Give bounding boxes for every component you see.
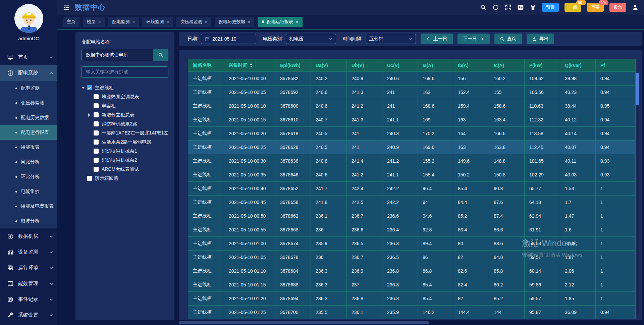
table-row[interactable]: 主进线柜2021-05-10 00:053678592240.6241.3241… xyxy=(188,86,636,99)
sidebar-item-events[interactable]: 事件记录 xyxy=(0,291,57,307)
checkbox-unchecked[interactable] xyxy=(94,103,99,108)
tab-close-icon[interactable]: × xyxy=(132,20,135,24)
station-search-button[interactable] xyxy=(153,49,168,61)
fullscreen-icon[interactable] xyxy=(505,4,512,11)
table-row[interactable]: 主进线柜2021-05-10 00:203678618240.5241240.8… xyxy=(188,127,636,141)
table-row[interactable]: 主进线柜2021-05-10 00:303678638240.8241.4241… xyxy=(188,154,636,168)
tab-close-icon[interactable]: × xyxy=(205,20,208,24)
vertical-scrollbar-track[interactable] xyxy=(636,73,639,315)
table-row[interactable]: 主进线柜2021-05-10 00:103678600240.6241.2241… xyxy=(188,99,636,113)
sidebar-item-power-system[interactable]: 配电系统 xyxy=(0,65,57,81)
tree-node[interactable]: 消防喷淋机械泵2 xyxy=(82,156,168,165)
tree-node[interactable]: 新增分立柜总表 xyxy=(82,110,168,119)
checkbox-checked[interactable] xyxy=(87,85,92,90)
horizontal-scrollbar[interactable] xyxy=(179,321,642,324)
sidebar-subitem-power-report[interactable]: 配电运行报表 xyxy=(0,125,57,140)
sidebar-item-settings[interactable]: 系统设置 xyxy=(0,307,57,323)
sidebar-subitem-power-history[interactable]: 配电历史数据 xyxy=(0,110,57,125)
tree-node[interactable]: 主进线柜 xyxy=(82,83,168,92)
sidebar-item-home[interactable]: 首页 xyxy=(0,49,57,65)
sidebar-item-device[interactable]: 设备监测 xyxy=(0,244,57,260)
sidebar-subitem-energy-report[interactable]: 用能报表 xyxy=(0,140,57,155)
tab-home[interactable]: 主页 xyxy=(63,17,79,27)
table-row[interactable]: 主进线柜2021-05-10 00:003678582240.2240.9240… xyxy=(188,72,636,86)
table-row[interactable]: 主进线柜2021-05-10 01:053678678236236.7236.5… xyxy=(188,251,636,264)
tab-close-icon[interactable]: × xyxy=(98,20,101,24)
table-row[interactable]: 主进线柜2021-05-10 01:103678684236.3236.9236… xyxy=(188,264,636,278)
table-row[interactable]: 主进线柜2021-05-10 00:403678652241.7242.4242… xyxy=(188,182,636,196)
sidebar-item-energy-mgmt[interactable]: 能效管理 xyxy=(0,276,57,291)
voltage-type-select[interactable]: 相电压 xyxy=(286,34,336,44)
table-row[interactable]: 主进线柜2021-05-10 01:153678688236.3237236.8… xyxy=(188,278,636,292)
horizontal-scrollbar-thumb[interactable] xyxy=(179,321,429,324)
table-row[interactable]: 主进线柜2021-05-10 01:003678674235.9236.5236… xyxy=(188,237,636,251)
table-row[interactable]: 主进线柜2021-05-10 01:253678700235.5236.1235… xyxy=(188,306,636,319)
sidebar-subitem-harmonic[interactable]: 谐波分析 xyxy=(0,214,57,228)
date-picker[interactable]: 2021-05-10 xyxy=(201,34,256,44)
tab-close-icon[interactable]: × xyxy=(166,20,169,24)
sidebar-subitem-energy-cost[interactable]: 用能及电费报表 xyxy=(0,199,57,214)
theme-icon[interactable] xyxy=(530,4,536,11)
tree-node[interactable]: 地源热泵空调总表 xyxy=(82,92,168,101)
export-button[interactable]: 导出 xyxy=(527,34,554,44)
table-row[interactable]: 主进线柜2021-05-10 00:453678658241.8242.5242… xyxy=(188,196,636,209)
checkbox-unchecked[interactable] xyxy=(94,149,99,154)
tree-node[interactable]: 一层南1APE2右一层北1APE1左 xyxy=(82,128,168,138)
tab-power-monitor[interactable]: 配电监测× xyxy=(108,17,139,27)
column-header[interactable]: 采集时间 xyxy=(224,59,275,72)
query-button[interactable]: 查询 xyxy=(494,34,522,44)
refresh-icon[interactable] xyxy=(492,4,499,11)
prev-day-button[interactable]: 上一日 xyxy=(421,34,453,44)
caret-collapsed-icon[interactable] xyxy=(88,113,90,117)
checkbox-unchecked[interactable] xyxy=(94,94,99,99)
alarm-urgent-button[interactable]: 紧急 xyxy=(609,3,626,12)
tab-env-monitor[interactable]: 环境监测× xyxy=(142,17,173,27)
tree-node[interactable]: 电容柜 xyxy=(82,101,168,110)
checkbox-unchecked[interactable] xyxy=(94,158,99,163)
avatar[interactable] xyxy=(14,4,43,33)
sidebar-subitem-power-monitor[interactable]: 配电监测 xyxy=(0,81,57,96)
checkbox-unchecked[interactable] xyxy=(94,140,99,145)
table-row[interactable]: 主进线柜2021-05-10 00:153678610240.7241.3241… xyxy=(188,113,636,127)
user-icon[interactable] xyxy=(632,4,639,11)
table-row[interactable]: 主进线柜2021-05-10 00:253678628240.5241240.9… xyxy=(188,141,636,154)
tree-node[interactable]: 消防喷淋机械泵1 xyxy=(82,147,168,156)
tree-node[interactable]: ARCM无线表测试 xyxy=(82,165,168,174)
sidebar-subitem-meter-reading[interactable]: 电能集抄 xyxy=(0,184,57,199)
table-row[interactable]: 主进线柜2021-05-10 00:503678662236.1236.7236… xyxy=(188,209,636,223)
translate-icon[interactable]: A文 xyxy=(517,4,524,11)
sidebar-subitem-mom-analysis[interactable]: 环比分析 xyxy=(0,169,57,184)
tab-close-icon[interactable]: × xyxy=(296,20,299,24)
table-row[interactable]: 主进线柜2021-05-10 01:203678694236.3236.8236… xyxy=(188,292,636,306)
station-name-input[interactable]: 数据中心测试变电所 xyxy=(82,49,153,61)
tab-close-icon[interactable]: × xyxy=(248,20,250,24)
checkbox-unchecked[interactable] xyxy=(94,130,99,136)
caret-expanded-icon[interactable] xyxy=(82,87,85,89)
interval-select[interactable]: 五分钟 xyxy=(366,34,416,44)
tab-floor[interactable]: 楼层× xyxy=(83,17,105,27)
tab-power-history[interactable]: 配电历史数据× xyxy=(215,17,254,27)
tree-filter-input[interactable]: 输入关键字进行过滤 xyxy=(82,66,168,78)
tab-power-report[interactable]: 配电运行报表× xyxy=(258,17,303,27)
next-day-button[interactable]: 下一日 xyxy=(458,34,490,44)
sidebar-item-environment[interactable]: 运行环境 xyxy=(0,260,57,276)
checkbox-unchecked[interactable] xyxy=(94,112,99,117)
alarm-warning-button[interactable]: 预警 xyxy=(542,3,559,12)
vertical-scrollbar-thumb[interactable] xyxy=(636,73,639,105)
search-icon[interactable] xyxy=(480,4,487,11)
tree-node[interactable]: 演示箱回路 xyxy=(82,174,168,183)
table-row[interactable]: 主进线柜2021-05-10 00:353678646240.6241.2241… xyxy=(188,168,636,182)
table-cell: 159.4 xyxy=(453,99,489,113)
tree-node[interactable]: 消防栓机械泵2路 xyxy=(82,119,168,128)
tree-node[interactable]: 生活水泵2路一层弱电房 xyxy=(82,138,168,147)
checkbox-unchecked[interactable] xyxy=(87,176,92,181)
sort-icon[interactable] xyxy=(250,63,253,67)
tab-transformer[interactable]: 变压器监测× xyxy=(176,17,212,27)
sidebar-subitem-yoy-analysis[interactable]: 同比分析 xyxy=(0,155,57,169)
table-row[interactable]: 主进线柜2021-05-10 00:553678668236236.6236.4… xyxy=(188,223,636,237)
checkbox-unchecked[interactable] xyxy=(94,121,99,126)
sidebar-collapse-icon[interactable] xyxy=(63,4,70,11)
checkbox-unchecked[interactable] xyxy=(94,167,99,172)
sidebar-subitem-transformer[interactable]: 变压器监测 xyxy=(0,96,57,110)
sidebar-item-data-room[interactable]: 数据机房 xyxy=(0,228,57,244)
